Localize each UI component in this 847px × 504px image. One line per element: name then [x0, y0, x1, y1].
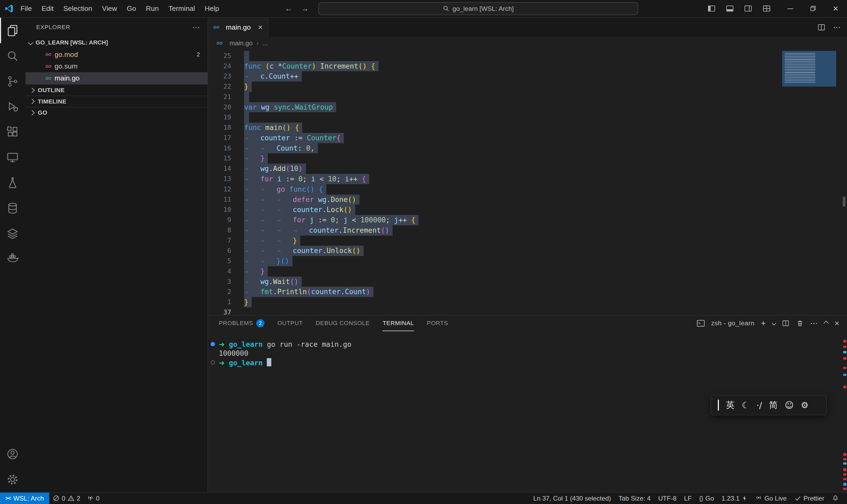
panel-tab-ports[interactable]: PORTS — [427, 316, 448, 331]
menu-item-selection[interactable]: Selection — [58, 3, 97, 15]
explorer-more-actions-icon[interactable]: ⋯ — [193, 23, 200, 32]
database-icon[interactable] — [0, 196, 25, 221]
close-panel-icon[interactable]: × — [834, 319, 840, 328]
terminal-line[interactable]: 1000000 — [208, 349, 847, 358]
tab-main-go[interactable]: GO main.go × — [208, 18, 269, 37]
ime-simplified-icon[interactable]: 简 — [769, 399, 778, 411]
go-version-status[interactable]: 1.23.1 — [718, 492, 752, 504]
run-and-debug-icon[interactable] — [0, 94, 25, 120]
code-line[interactable]: 25 — [208, 51, 847, 61]
menu-item-view[interactable]: View — [97, 3, 122, 15]
breadcrumb-symbol[interactable]: ... — [262, 39, 268, 47]
go-live-status[interactable]: Go Live — [752, 492, 791, 504]
close-window-button[interactable]: × — [824, 0, 847, 17]
remote-indicator[interactable]: >< WSL: Arch — [0, 492, 49, 504]
file-item-go-mod[interactable]: GOgo.mod2 — [25, 49, 208, 60]
menu-item-edit[interactable]: Edit — [37, 3, 58, 15]
code-line[interactable]: 11→→→defer wg.Done() — [208, 195, 847, 205]
command-center-search[interactable]: go_learn [WSL: Arch] — [319, 2, 638, 15]
ports-status[interactable]: 0 — [84, 492, 103, 504]
menu-item-file[interactable]: File — [16, 3, 37, 15]
terminal-line[interactable]: ➜ go_learn go run -race main.go — [208, 340, 847, 349]
panel-tab-problems[interactable]: PROBLEMS2 — [219, 316, 265, 331]
testing-icon[interactable] — [0, 170, 25, 196]
minimize-button[interactable] — [779, 0, 802, 17]
code-editor[interactable]: 2524func (c *Counter) Increment() {23→c.… — [208, 50, 847, 315]
sidebar-section-go[interactable]: GO — [25, 107, 208, 118]
code-line[interactable]: 8→→→→counter.Increment() — [208, 225, 847, 236]
ime-language-icon[interactable]: 英 — [726, 399, 735, 411]
tab-close-icon[interactable]: × — [258, 23, 263, 32]
code-line[interactable]: 19 — [208, 112, 847, 123]
command-decoration-empty[interactable] — [211, 360, 215, 364]
language-mode-status[interactable]: {} Go — [695, 492, 718, 504]
eol-status[interactable]: LF — [680, 492, 695, 504]
panel-tab-debug-console[interactable]: DEBUG CONSOLE — [316, 316, 370, 331]
prettier-status[interactable]: Prettier — [791, 492, 828, 504]
code-line[interactable]: 16→→Count: 0, — [208, 143, 847, 154]
customize-layout-icon[interactable] — [759, 2, 773, 16]
code-line[interactable]: 4→} — [208, 266, 847, 276]
source-control-icon[interactable] — [0, 69, 25, 94]
sidebar-section-timeline[interactable]: TIMELINE — [25, 95, 208, 107]
panel-tab-output[interactable]: OUTPUT — [277, 316, 303, 331]
extensions-icon[interactable] — [0, 120, 25, 145]
code-line[interactable]: 10→→→counter.Lock() — [208, 204, 847, 215]
code-line[interactable]: 20var wg sync.WaitGroup — [208, 102, 847, 112]
code-line[interactable]: 7→→→} — [208, 236, 847, 246]
settings-gear-icon[interactable] — [0, 467, 25, 492]
encoding-status[interactable]: UTF-8 — [654, 492, 680, 504]
toggle-primary-sidebar-icon[interactable] — [704, 2, 718, 16]
problems-status[interactable]: 0 2 — [49, 492, 84, 504]
new-terminal-icon[interactable]: + — [761, 319, 766, 328]
split-terminal-icon[interactable] — [782, 320, 790, 327]
cursor-position-status[interactable]: Ln 37, Col 1 (430 selected) — [529, 492, 615, 504]
code-line[interactable]: 21 — [208, 92, 847, 102]
explorer-icon[interactable] — [0, 18, 25, 43]
code-line[interactable]: 14→wg.Add(10) — [208, 164, 847, 174]
breadcrumb-file[interactable]: main.go — [230, 39, 253, 47]
code-line[interactable]: 18func main() { — [208, 123, 847, 133]
toggle-panel-icon[interactable] — [723, 2, 737, 16]
ime-moon-icon[interactable]: ☾ — [742, 400, 749, 410]
toggle-secondary-sidebar-icon[interactable] — [741, 2, 755, 16]
breadcrumb[interactable]: GO main.go › ... — [208, 37, 847, 50]
code-line[interactable]: 12→→go func() { — [208, 184, 847, 195]
ime-punctuation-icon[interactable]: ·/ — [756, 400, 762, 410]
accounts-icon[interactable] — [0, 441, 25, 467]
code-line[interactable]: 24func (c *Counter) Increment() { — [208, 61, 847, 71]
kill-terminal-icon[interactable] — [796, 320, 804, 327]
nav-forward-icon[interactable]: → — [301, 4, 309, 13]
ime-emoji-icon[interactable]: ☺ — [785, 400, 794, 410]
search-sidebar-icon[interactable] — [0, 43, 25, 69]
code-line[interactable]: 2→fmt.Println(counter.Count) — [208, 287, 847, 297]
terminal-session-label[interactable]: zsh - go_learn — [711, 320, 755, 327]
command-decoration-filled[interactable] — [211, 342, 215, 346]
code-line[interactable]: 9→→→for j := 0; j < 100000; j++ { — [208, 215, 847, 225]
menu-item-terminal[interactable]: Terminal — [164, 3, 200, 15]
workspace-root-folder[interactable]: GO_LEARN [WSL: ARCH] — [25, 37, 208, 49]
terminal-line[interactable]: ➜ go_learn — [208, 358, 847, 367]
code-line[interactable]: 1} — [208, 297, 847, 307]
code-line[interactable]: 15→} — [208, 153, 847, 164]
code-line[interactable]: 13→for i := 0; i < 10; i++ { — [208, 174, 847, 184]
panel-more-actions-icon[interactable]: ⋯ — [810, 319, 818, 328]
layers-icon[interactable] — [0, 221, 25, 247]
file-item-go-sum[interactable]: GOgo.sum — [25, 60, 208, 73]
notifications-bell-icon[interactable] — [828, 492, 843, 504]
code-line[interactable]: 3→wg.Wait() — [208, 276, 847, 287]
code-line[interactable]: 17→counter := Counter{ — [208, 133, 847, 143]
menu-item-run[interactable]: Run — [141, 3, 164, 15]
sidebar-section-outline[interactable]: OUTLINE — [25, 84, 208, 95]
code-line[interactable]: 6→→→counter.Unlock() — [208, 246, 847, 256]
menu-item-help[interactable]: Help — [200, 3, 224, 15]
panel-tab-terminal[interactable]: TERMINAL — [382, 316, 414, 331]
code-line[interactable]: 23→c.Count++ — [208, 71, 847, 82]
maximize-panel-icon[interactable] — [824, 321, 829, 326]
code-line[interactable]: 5→→}() — [208, 256, 847, 266]
docker-icon[interactable] — [0, 247, 25, 272]
restore-button[interactable] — [802, 0, 825, 17]
editor-more-actions-icon[interactable]: ⋯ — [833, 23, 841, 32]
menu-item-go[interactable]: Go — [122, 3, 141, 15]
nav-back-icon[interactable]: ← — [285, 4, 292, 13]
